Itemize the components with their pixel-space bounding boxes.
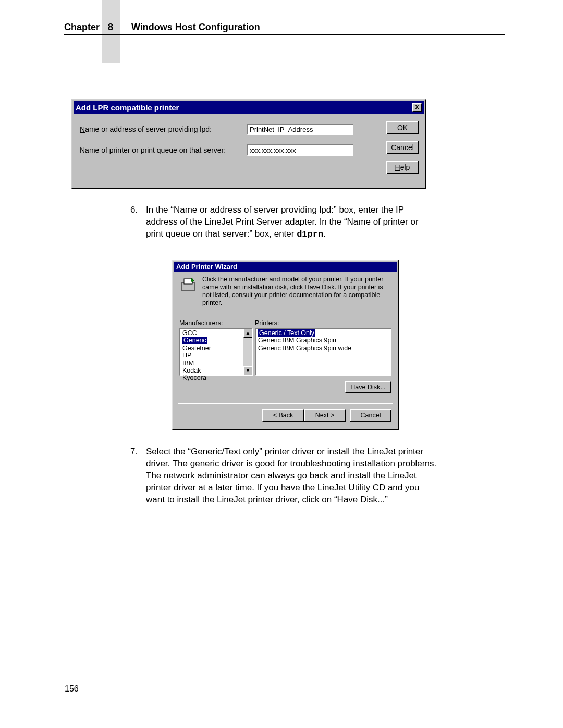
page: Chapter 8 Windows Host Configuration Add… [0, 0, 563, 728]
lpr-title: Add LPR compatible printer [76, 103, 179, 112]
lpr-dialog: Add LPR compatible printer X Name or add… [71, 99, 426, 189]
manufacturers-scrollbar[interactable]: ▲ ▼ [243, 329, 252, 375]
step-7-number: 7. [130, 446, 138, 458]
manufacturers-listbox[interactable]: GCCGenericGestetnerHPIBMKodakKyocera ▲ ▼ [179, 328, 253, 376]
chapter-label: Chapter [64, 22, 100, 33]
step-6-text-a: In the “Name or address of server provid… [146, 205, 419, 239]
page-number: 156 [65, 684, 79, 694]
lpr-queue-label: Name of printer or print queue on that s… [80, 146, 226, 154]
step-6-code: d1prn [297, 229, 323, 239]
back-button[interactable]: < Back [262, 409, 304, 422]
lpr-body: Name or address of server providing lpd:… [74, 114, 424, 187]
list-item[interactable]: GCC [181, 329, 251, 337]
chapter-title: Windows Host Configuration [131, 22, 260, 33]
cancel-button[interactable]: Cancel [386, 141, 419, 154]
printers-listbox[interactable]: Generic / Text OnlyGeneric IBM Graphics … [255, 328, 391, 376]
help-button[interactable]: Help [386, 161, 419, 174]
next-button[interactable]: Next > [304, 409, 346, 422]
manufacturers-label: Manufacturers: [179, 319, 255, 327]
have-disk-button[interactable]: Have Disk... [345, 381, 391, 393]
list-item[interactable]: Generic IBM Graphics 9pin [257, 337, 390, 344]
wizard-description: Click the manufacturer and model of your… [202, 276, 391, 307]
list-item[interactable]: Generic / Text Only [257, 329, 390, 337]
step-7-text: Select the “Generic/Text only” printer d… [146, 447, 436, 504]
scroll-down-icon[interactable]: ▼ [243, 366, 252, 375]
printers-label: Printers: [255, 319, 391, 327]
list-item[interactable]: HP [181, 352, 251, 359]
step-7-paragraph: 7. Select the “Generic/Text only” printe… [146, 446, 438, 506]
wizard-lists: GCCGenericGestetnerHPIBMKodakKyocera ▲ ▼… [174, 327, 397, 376]
list-item[interactable]: Kodak [181, 367, 251, 374]
list-item[interactable]: Generic IBM Graphics 9pin wide [257, 344, 390, 352]
list-item[interactable]: IBM [181, 360, 251, 367]
list-item[interactable]: Generic [181, 337, 251, 344]
header-divider [64, 34, 505, 35]
step-6-number: 6. [130, 204, 138, 216]
list-item[interactable]: Gestetner [181, 344, 251, 352]
scroll-up-icon[interactable]: ▲ [243, 329, 252, 338]
lpr-titlebar: Add LPR compatible printer X [74, 101, 424, 114]
step-6-paragraph: 6. In the “Name or address of server pro… [146, 204, 438, 241]
printer-icon [179, 276, 197, 293]
wizard-nav: < Back Next > Cancel [174, 404, 397, 424]
chapter-number: 8 [108, 22, 113, 33]
wizard-titlebar: Add Printer Wizard [174, 262, 397, 272]
wizard-dialog: Add Printer Wizard Click the manufacture… [172, 260, 399, 430]
close-icon[interactable]: X [412, 103, 422, 112]
lpr-server-label: Name or address of server providing lpd: [80, 125, 212, 133]
lpr-queue-input[interactable] [247, 144, 353, 156]
wizard-cancel-button[interactable]: Cancel [350, 409, 391, 422]
ok-button[interactable]: OK [386, 121, 419, 134]
list-item[interactable]: Kyocera [181, 374, 251, 381]
step-6-text-b: . [323, 229, 326, 239]
wizard-list-labels: Manufacturers: Printers: [174, 309, 397, 327]
lpr-server-input[interactable] [247, 124, 353, 135]
wizard-top: Click the manufacturer and model of your… [174, 272, 397, 309]
